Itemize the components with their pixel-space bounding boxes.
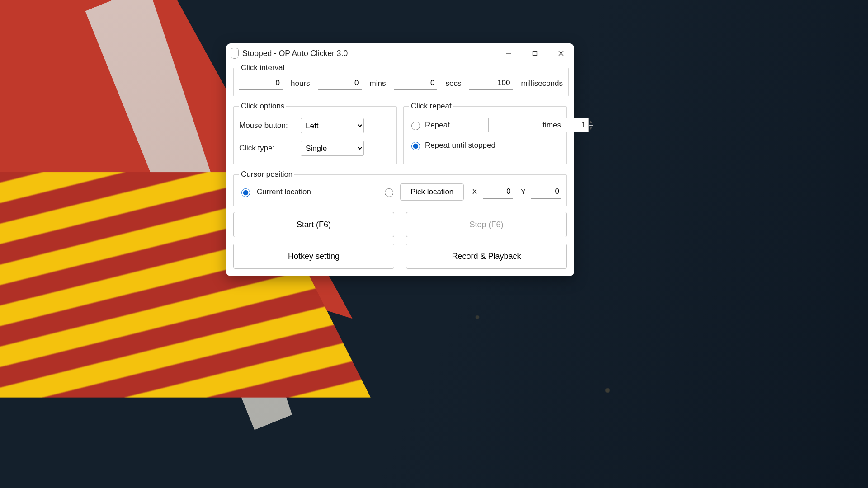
- pick-location-radio[interactable]: [385, 188, 393, 197]
- current-location-radio[interactable]: [241, 188, 250, 197]
- mouse-icon: [231, 48, 239, 59]
- hotkey-setting-button[interactable]: Hotkey setting: [233, 244, 394, 269]
- click-type-label: Click type:: [239, 144, 301, 153]
- click-interval-group: Click interval hours mins secs milliseco…: [233, 63, 569, 96]
- x-label: X: [472, 188, 477, 197]
- cursor-position-group: Cursor position Current location Pick lo…: [233, 170, 567, 206]
- app-window: Stopped - OP Auto Clicker 3.0 Click inte…: [226, 43, 574, 276]
- pick-location-button[interactable]: Pick location: [400, 183, 464, 201]
- maximize-icon: [532, 51, 538, 56]
- repeat-until-stopped-radio[interactable]: [411, 142, 420, 150]
- window-title: Stopped - OP Auto Clicker 3.0: [242, 49, 348, 58]
- click-type-select[interactable]: Single: [301, 141, 364, 156]
- repeat-count-spinner[interactable]: ▲ ▼: [488, 118, 533, 132]
- hours-unit: hours: [291, 79, 310, 88]
- secs-input[interactable]: [394, 77, 437, 90]
- minimize-button[interactable]: [495, 43, 522, 63]
- start-button[interactable]: Start (F6): [233, 212, 394, 237]
- svg-rect-1: [533, 52, 537, 56]
- titlebar[interactable]: Stopped - OP Auto Clicker 3.0: [226, 43, 574, 63]
- milliseconds-unit: milliseconds: [521, 79, 563, 88]
- click-options-group: Click options Mouse button: Left Click t…: [233, 102, 397, 164]
- mins-input[interactable]: [318, 77, 362, 90]
- y-label: Y: [521, 188, 526, 197]
- secs-unit: secs: [445, 79, 461, 88]
- mouse-button-label: Mouse button:: [239, 121, 301, 130]
- x-input[interactable]: [483, 185, 513, 199]
- mins-unit: mins: [370, 79, 386, 88]
- mouse-button-select[interactable]: Left: [301, 118, 364, 133]
- click-interval-legend: Click interval: [239, 63, 286, 72]
- record-playback-button[interactable]: Record & Playback: [406, 244, 567, 269]
- close-icon: [558, 51, 564, 56]
- current-location-label: Current location: [257, 188, 311, 197]
- hours-input[interactable]: [239, 77, 283, 90]
- click-repeat-group: Click repeat Repeat ▲ ▼ times: [403, 102, 567, 164]
- repeat-until-stopped-label: Repeat until stopped: [425, 141, 495, 150]
- spinner-up-icon[interactable]: ▲: [589, 118, 593, 126]
- stop-button[interactable]: Stop (F6): [406, 212, 567, 237]
- repeat-count-input[interactable]: [489, 118, 588, 132]
- minimize-icon: [506, 51, 511, 56]
- click-repeat-legend: Click repeat: [409, 102, 453, 111]
- spinner-down-icon[interactable]: ▼: [589, 126, 593, 132]
- maximize-button[interactable]: [522, 43, 548, 63]
- y-input[interactable]: [531, 185, 561, 199]
- close-button[interactable]: [548, 43, 574, 63]
- repeat-label: Repeat: [425, 121, 450, 130]
- repeat-n-times-radio[interactable]: [411, 122, 420, 130]
- click-options-legend: Click options: [239, 102, 286, 111]
- times-label: times: [542, 121, 561, 130]
- cursor-position-legend: Cursor position: [239, 170, 294, 179]
- milliseconds-input[interactable]: [469, 77, 513, 90]
